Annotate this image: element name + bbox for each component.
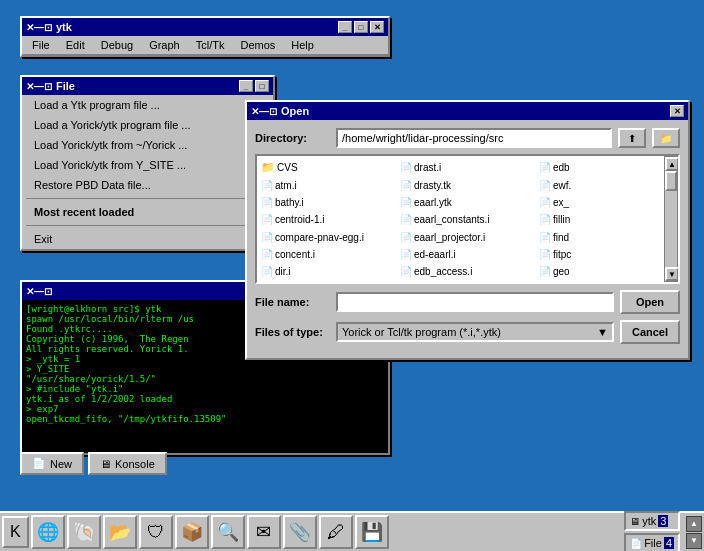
doc-icon: 📄 bbox=[539, 197, 551, 208]
list-item[interactable]: 📄edb bbox=[537, 158, 676, 177]
new-icon: 📄 bbox=[32, 457, 46, 470]
start-button[interactable]: K bbox=[2, 516, 29, 548]
filename-label: File name: bbox=[255, 296, 330, 308]
file-menu-item-4[interactable]: Load Yorick/ytk from Y_SITE ... bbox=[22, 155, 273, 175]
taskbar-apps: 🌐 🐚 📂 🛡 📦 🔍 ✉ 📎 🖊 💾 bbox=[31, 515, 389, 549]
list-item[interactable]: 📄ex_ bbox=[537, 194, 676, 211]
files-of-type-dropdown[interactable]: Yorick or Tcl/tk program (*.i,*.ytk) ▼ bbox=[336, 322, 614, 342]
file-menu-item-1[interactable]: Load a Ytk program file ... bbox=[22, 95, 273, 115]
open-dialog-title: Open bbox=[281, 105, 309, 117]
directory-row: Directory: /home/wright/lidar-processing… bbox=[255, 128, 680, 148]
list-item[interactable]: 📄dir.i bbox=[259, 263, 398, 280]
list-item[interactable]: 📄centroid-1.i bbox=[259, 211, 398, 228]
list-item[interactable]: 📄compare-pnav-egg.i bbox=[259, 229, 398, 246]
list-item[interactable]: 📁CVS bbox=[259, 158, 398, 177]
ytk-window: ✕—⊡ ytk _ □ ✕ File Edit Debug Graph Tcl/… bbox=[20, 16, 390, 57]
open-dialog: ✕—⊡ Open ✕ Directory: /home/wright/lidar… bbox=[245, 100, 690, 360]
file-menu-minimize[interactable]: _ bbox=[239, 80, 253, 92]
konsole-label: Konsole bbox=[115, 458, 155, 470]
taskbar-app-disk[interactable]: 💾 bbox=[355, 515, 389, 549]
taskbar-file-btn[interactable]: 📄 File 4 bbox=[624, 533, 680, 551]
menu-edit[interactable]: Edit bbox=[58, 37, 93, 53]
open-dialog-icon: ✕—⊡ bbox=[251, 106, 277, 117]
dropdown-arrow-icon: ▼ bbox=[597, 326, 608, 338]
file-menu-item-3[interactable]: Load Yorick/ytk from ~/Yorick ... bbox=[22, 135, 273, 155]
open-dialog-close[interactable]: ✕ bbox=[670, 105, 684, 117]
directory-browse-btn[interactable]: 📁 bbox=[652, 128, 680, 148]
new-label: New bbox=[50, 458, 72, 470]
open-btn[interactable]: Open bbox=[620, 290, 680, 314]
taskbar-app-paperclip[interactable]: 📎 bbox=[283, 515, 317, 549]
list-item[interactable]: 📄drast.i bbox=[398, 158, 537, 177]
list-item[interactable]: 📄ewf. bbox=[537, 177, 676, 194]
file-menu-exit[interactable]: Exit bbox=[22, 229, 273, 249]
folder-icon: 📁 bbox=[261, 161, 275, 174]
filename-row: File name: Open bbox=[255, 290, 680, 314]
konsole-icon: 🖥 bbox=[100, 458, 111, 470]
open-dialog-titlebar: ✕—⊡ Open ✕ bbox=[247, 102, 688, 120]
ytk-maximize-btn[interactable]: □ bbox=[354, 21, 368, 33]
scroll-up-btn[interactable]: ▲ bbox=[665, 157, 679, 171]
file-list-scrollbar[interactable]: ▲ ▼ bbox=[664, 156, 678, 282]
ytk-close-btn[interactable]: ✕ bbox=[370, 21, 384, 33]
file-menu-icon: ✕—⊡ bbox=[26, 81, 52, 92]
doc-icon: 📄 bbox=[261, 232, 273, 243]
ytk-minimize-btn[interactable]: _ bbox=[338, 21, 352, 33]
doc-icon: 📄 bbox=[539, 249, 551, 260]
taskbar-app-shell[interactable]: 🐚 bbox=[67, 515, 101, 549]
desktop-switcher: ▲ ▼ bbox=[686, 516, 702, 549]
list-item[interactable]: 📄eaarl.ytk bbox=[398, 194, 537, 211]
taskbar-app-shield[interactable]: 🛡 bbox=[139, 515, 173, 549]
taskbar-app-files[interactable]: 📂 bbox=[103, 515, 137, 549]
taskbar-app-pen[interactable]: 🖊 bbox=[319, 515, 353, 549]
konsole-button[interactable]: 🖥 Konsole bbox=[88, 452, 167, 475]
directory-up-btn[interactable]: ⬆ bbox=[618, 128, 646, 148]
doc-icon: 📄 bbox=[539, 266, 551, 277]
open-dialog-body: Directory: /home/wright/lidar-processing… bbox=[247, 120, 688, 358]
list-item[interactable]: 📄eaarl_constants.i bbox=[398, 211, 537, 228]
menu-demos[interactable]: Demos bbox=[232, 37, 283, 53]
list-item[interactable]: 📄eaarl_projector.i bbox=[398, 229, 537, 246]
list-item[interactable]: 📄drasty.tk bbox=[398, 177, 537, 194]
menu-debug[interactable]: Debug bbox=[93, 37, 141, 53]
file-menu-sep1 bbox=[26, 198, 269, 199]
doc-icon: 📄 bbox=[539, 162, 551, 173]
file-menu-item-5[interactable]: Restore PBD Data file... bbox=[22, 175, 273, 195]
list-item[interactable]: 📄atm.i bbox=[259, 177, 398, 194]
files-of-type-value: Yorick or Tcl/tk program (*.i,*.ytk) bbox=[342, 326, 501, 338]
file-list: 📁CVS 📄drast.i 📄edb 📄atm.i 📄drasty.tk 📄ew… bbox=[255, 154, 680, 284]
menu-graph[interactable]: Graph bbox=[141, 37, 188, 53]
list-item[interactable]: 📄ed-eaarl.i bbox=[398, 246, 537, 263]
taskbar-ytk-btn[interactable]: 🖥 ytk 3 bbox=[624, 511, 680, 531]
taskbar-app-mail[interactable]: ✉ bbox=[247, 515, 281, 549]
doc-icon: 📄 bbox=[261, 214, 273, 225]
doc-icon: 📄 bbox=[261, 266, 273, 277]
list-item[interactable]: 📄edb_access.i bbox=[398, 263, 537, 280]
list-item[interactable]: 📄find bbox=[537, 229, 676, 246]
directory-field[interactable]: /home/wright/lidar-processing/src bbox=[336, 128, 612, 148]
file-menu-item-2[interactable]: Load a Yorick/ytk program file ... bbox=[22, 115, 273, 135]
list-item[interactable]: 📄fitpc bbox=[537, 246, 676, 263]
taskbar-app-search[interactable]: 🔍 bbox=[211, 515, 245, 549]
scroll-thumb[interactable] bbox=[665, 171, 677, 191]
doc-icon: 📄 bbox=[539, 180, 551, 191]
ytk-title: ytk bbox=[56, 21, 72, 33]
cancel-btn[interactable]: Cancel bbox=[620, 320, 680, 344]
menu-file[interactable]: File bbox=[24, 37, 58, 53]
file-menu-title: File bbox=[56, 80, 75, 92]
scroll-down-btn[interactable]: ▼ bbox=[665, 267, 679, 281]
filename-input[interactable] bbox=[336, 292, 614, 312]
desktop-1-btn[interactable]: ▲ bbox=[686, 516, 702, 532]
menu-help[interactable]: Help bbox=[283, 37, 322, 53]
list-item[interactable]: 📄concent.i bbox=[259, 246, 398, 263]
list-item[interactable]: 📄bathy.i bbox=[259, 194, 398, 211]
menu-tcltk[interactable]: Tcl/Tk bbox=[188, 37, 233, 53]
list-item[interactable]: 📄fillin bbox=[537, 211, 676, 228]
taskbar-app-pkg[interactable]: 📦 bbox=[175, 515, 209, 549]
list-item[interactable]: 📄geo bbox=[537, 263, 676, 280]
taskbar-app-globe[interactable]: 🌐 bbox=[31, 515, 65, 549]
new-button[interactable]: 📄 New bbox=[20, 452, 84, 475]
doc-icon: 📄 bbox=[400, 214, 412, 225]
desktop-2-btn[interactable]: ▼ bbox=[686, 533, 702, 549]
file-menu-maximize[interactable]: □ bbox=[255, 80, 269, 92]
